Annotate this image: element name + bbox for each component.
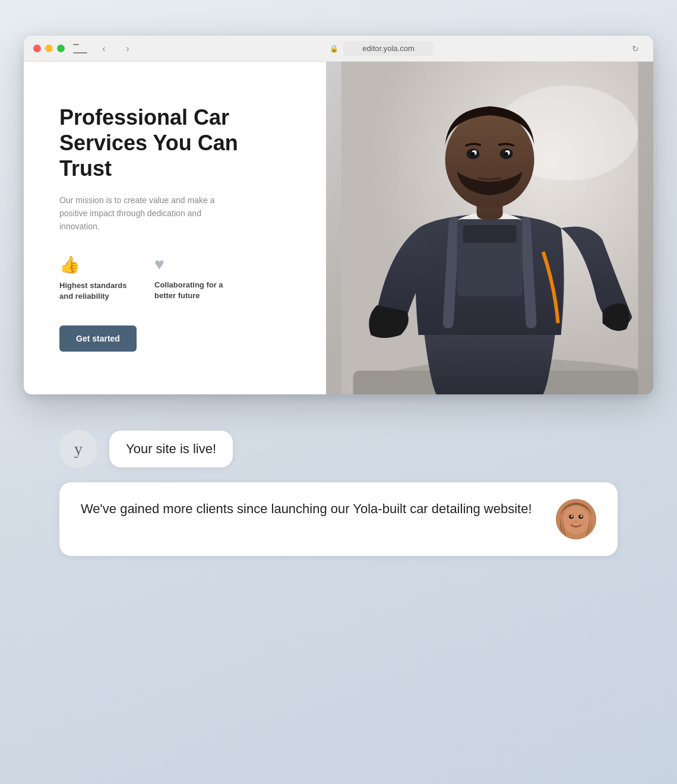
get-started-button[interactable]: Get started (59, 325, 137, 352)
website-content: Professional Car Services You Can Trust … (24, 62, 653, 394)
chat-area: y Your site is live! We've gained more c… (24, 418, 653, 580)
dot-yellow[interactable] (45, 45, 53, 52)
features-row: 👍 Highest standards and reliability ♥ Co… (59, 255, 296, 302)
bot-bubble: Your site is live! (109, 431, 233, 467)
svg-point-19 (581, 516, 583, 517)
browser-window: ‹ › 🔒 editor.yola.com ↻ Professional Car… (24, 36, 653, 394)
svg-point-13 (504, 152, 508, 156)
feature-label-collaboration: Collaborating for a better future (154, 280, 226, 301)
mechanic-background: Starter Charter Yola Royalty Free (326, 62, 653, 394)
chat-user-message: We've gained more clients since launchin… (59, 482, 618, 556)
feature-label-standards: Highest standards and reliability (59, 280, 131, 302)
bot-message-text: Your site is live! (126, 441, 216, 456)
dot-red[interactable] (33, 45, 41, 52)
svg-point-18 (571, 516, 573, 517)
address-bar-container: 🔒 editor.yola.com (143, 41, 620, 56)
bot-avatar: y (59, 430, 97, 468)
browser-titlebar: ‹ › 🔒 editor.yola.com ↻ (24, 36, 653, 62)
website-right-panel: Starter Charter Yola Royalty Free (326, 62, 653, 394)
svg-point-20 (574, 520, 578, 523)
feature-item-standards: 👍 Highest standards and reliability (59, 255, 131, 302)
heart-icon: ♥ (154, 255, 226, 274)
outer-wrapper: ‹ › 🔒 editor.yola.com ↻ Professional Car… (24, 36, 653, 580)
svg-point-12 (471, 152, 474, 156)
url-text: editor.yola.com (362, 44, 414, 53)
chat-bot-message: y Your site is live! (59, 430, 618, 468)
sidebar-toggle-button[interactable] (72, 43, 88, 55)
hero-title: Professional Car Services You Can Trust (59, 105, 296, 182)
hero-description: Our mission is to create value and make … (59, 194, 226, 233)
forward-button[interactable]: › (119, 40, 136, 57)
address-bar[interactable]: editor.yola.com (343, 41, 433, 56)
privacy-icon: 🔒 (330, 45, 338, 53)
mechanic-illustration (326, 62, 653, 394)
dot-green[interactable] (57, 45, 65, 52)
user-avatar-image (556, 499, 596, 539)
user-avatar (556, 499, 596, 539)
browser-dots (33, 45, 65, 52)
svg-rect-5 (463, 225, 516, 243)
bot-avatar-letter: y (74, 440, 83, 459)
website-left-panel: Professional Car Services You Can Trust … (24, 62, 326, 394)
feature-item-collaboration: ♥ Collaborating for a better future (154, 255, 226, 302)
thumbs-up-icon: 👍 (59, 255, 131, 274)
user-message-text: We've gained more clients since launchin… (81, 499, 544, 519)
back-button[interactable]: ‹ (96, 40, 112, 57)
reload-button[interactable]: ↻ (627, 40, 644, 57)
